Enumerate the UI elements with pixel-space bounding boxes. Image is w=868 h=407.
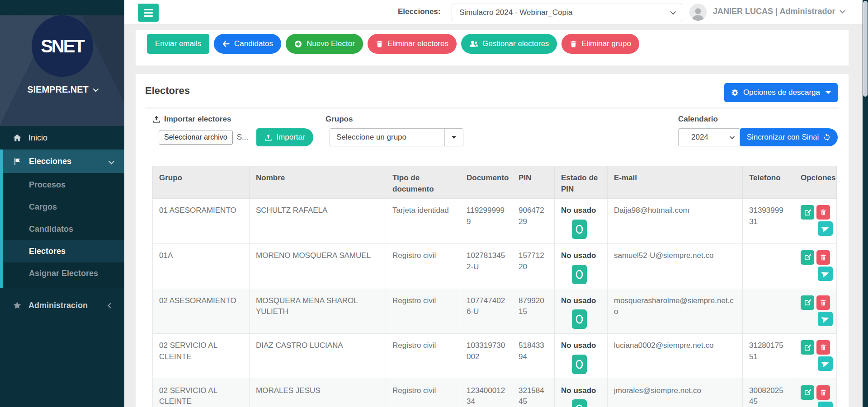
calendar-year-value: 2024	[691, 133, 708, 142]
sidebar-item-candidatos[interactable]: Candidatos	[3, 218, 124, 240]
import-button[interactable]: Importar	[256, 128, 313, 146]
user-menu[interactable]: JANIER LUCAS | Administrador	[713, 7, 844, 16]
app-window: SNET SIEMPRE.NET Inicio Elecciones	[0, 0, 868, 407]
edit-button[interactable]	[801, 250, 814, 265]
cell-nombre: DIAZ CASTRO LUCIANA	[250, 334, 386, 379]
send-email-button[interactable]	[818, 221, 833, 236]
group-select-caret[interactable]	[444, 129, 463, 146]
cell-opciones	[794, 243, 837, 289]
sidebar-item-label: Inicio	[28, 133, 47, 143]
col-opciones: Opciones	[794, 166, 837, 199]
cell-pin: 15771220	[512, 243, 555, 289]
gear-icon	[731, 89, 739, 97]
cell-documento: 12340001234	[460, 379, 512, 407]
choose-file-button[interactable]: Seleccionar archivo	[159, 131, 233, 145]
star-icon	[13, 301, 23, 310]
sync-sinai-button[interactable]: Sincronizar con Sinai	[740, 128, 838, 146]
eliminar-grupo-button[interactable]: Eliminar grupo	[561, 34, 639, 54]
send-email-button[interactable]	[818, 267, 833, 281]
edit-button[interactable]	[801, 385, 814, 400]
cell-pin: 32158445	[512, 379, 555, 407]
sidebar: SNET SIEMPRE.NET Inicio Elecciones	[0, 0, 124, 407]
cell-nombre: MOSQUERA MENA SHAROL YULIETH	[250, 289, 386, 334]
file-status-text: S...	[237, 133, 249, 142]
upload-icon	[152, 115, 160, 123]
sidebar-toggle-button[interactable]	[138, 4, 159, 22]
send-email-button[interactable]	[818, 312, 833, 326]
send-email-button[interactable]	[818, 402, 833, 407]
election-selected-value: Simulacro 2024 - Webinar_Copia	[459, 8, 572, 17]
download-options-button[interactable]: Opciones de descarga	[724, 83, 838, 102]
send-email-button[interactable]	[818, 356, 833, 371]
delete-button[interactable]	[816, 250, 830, 265]
electors-panel: Electores Opciones de descarga Importar …	[136, 74, 849, 407]
election-select[interactable]: Simulacro 2024 - Webinar_Copia	[452, 4, 682, 21]
site-title[interactable]: SIEMPRE.NET	[0, 84, 124, 95]
sidebar-item-electores[interactable]: Electores	[3, 240, 124, 262]
edit-button[interactable]	[801, 205, 814, 220]
sidebar-item-procesos[interactable]: Procesos	[3, 174, 124, 196]
cell-opciones	[794, 199, 837, 244]
delete-button[interactable]	[816, 340, 830, 355]
sidebar-item-cargos[interactable]: Cargos	[3, 196, 124, 218]
chevron-left-icon	[108, 303, 113, 309]
whatsapp-pin-button[interactable]	[572, 399, 587, 407]
table-row: 01A MORENO MOSQUERA SAMUEL Registro civi…	[153, 243, 837, 289]
edit-button[interactable]	[801, 340, 814, 355]
cell-grupo: 01A	[153, 243, 250, 289]
button-label: Gestionar electores	[482, 39, 549, 48]
candidatos-button[interactable]: Candidatos	[214, 34, 281, 54]
oval-ring-icon	[575, 269, 584, 280]
avatar[interactable]	[689, 4, 707, 21]
scrollbar-thumb[interactable]	[863, 1, 868, 97]
button-label: Eliminar electores	[387, 39, 448, 48]
nuevo-elector-button[interactable]: Nuevo Elector	[286, 34, 363, 54]
group-select[interactable]: Seleccione un grupo	[330, 128, 463, 146]
trash-icon	[376, 40, 383, 48]
cell-grupo: 02 ASESORAMIENTO	[153, 289, 250, 334]
groups-label: Grupos	[326, 115, 353, 124]
whatsapp-pin-button[interactable]	[572, 220, 587, 239]
delete-button[interactable]	[816, 295, 830, 310]
cell-documento: 1027813452-U	[460, 243, 512, 289]
sidebar-item-elecciones[interactable]: Elecciones	[0, 150, 124, 173]
cell-pin: 87992015	[512, 289, 555, 334]
eliminar-electores-button[interactable]: Eliminar electores	[368, 34, 457, 54]
arrow-left-icon	[222, 40, 230, 48]
whatsapp-pin-button[interactable]	[572, 355, 587, 374]
actions-panel: Enviar emailsCandidatosNuevo ElectorElim…	[136, 30, 849, 65]
cell-documento: 103319730002	[460, 334, 512, 379]
cell-opciones	[794, 379, 837, 407]
col-grupo: Grupo	[153, 166, 250, 199]
site-title-label: SIEMPRE.NET	[27, 84, 89, 95]
sidebar-item-asignar-electores[interactable]: Asignar Electores	[3, 262, 124, 285]
calendar-label: Calendario	[678, 115, 718, 124]
top-navbar: Elecciones: Simulacro 2024 - Webinar_Cop…	[124, 0, 863, 25]
paper-plane-icon	[820, 359, 830, 369]
page-scrollbar[interactable]	[863, 0, 868, 407]
users-icon	[469, 39, 478, 48]
cell-grupo: 01 ASESORAMIENTO	[153, 199, 250, 244]
gestionar-electores-button[interactable]: Gestionar electores	[461, 34, 557, 54]
cell-telefono: 3139399931	[743, 199, 794, 244]
table-row: 02 ASESORAMIENTO MOSQUERA MENA SHAROL YU…	[153, 289, 837, 334]
cell-nombre: SCHULTZ RAFAELA	[250, 199, 386, 244]
upload-icon	[264, 134, 272, 141]
col-tipo-documento: Tipo de documento	[386, 166, 460, 199]
delete-button[interactable]	[816, 385, 830, 400]
sidebar-item-inicio[interactable]: Inicio	[0, 126, 124, 150]
pencil-square-icon	[804, 344, 811, 351]
sidebar-item-administracion[interactable]: Administracion	[0, 294, 124, 317]
enviar-emails-button[interactable]: Enviar emails	[147, 34, 209, 54]
chevron-down-icon	[108, 159, 114, 164]
paper-plane-icon	[820, 269, 830, 279]
whatsapp-pin-button[interactable]	[572, 265, 587, 284]
page-title: Electores	[145, 85, 190, 97]
edit-button[interactable]	[801, 295, 814, 310]
whatsapp-pin-button[interactable]	[572, 309, 587, 329]
delete-button[interactable]	[816, 205, 830, 220]
file-input[interactable]: Seleccionar archivo S...	[152, 128, 248, 146]
calendar-year-select[interactable]: 2024	[678, 128, 740, 146]
pin-status-text: No usado	[561, 250, 601, 262]
cell-estado-pin: No usado	[555, 334, 608, 379]
